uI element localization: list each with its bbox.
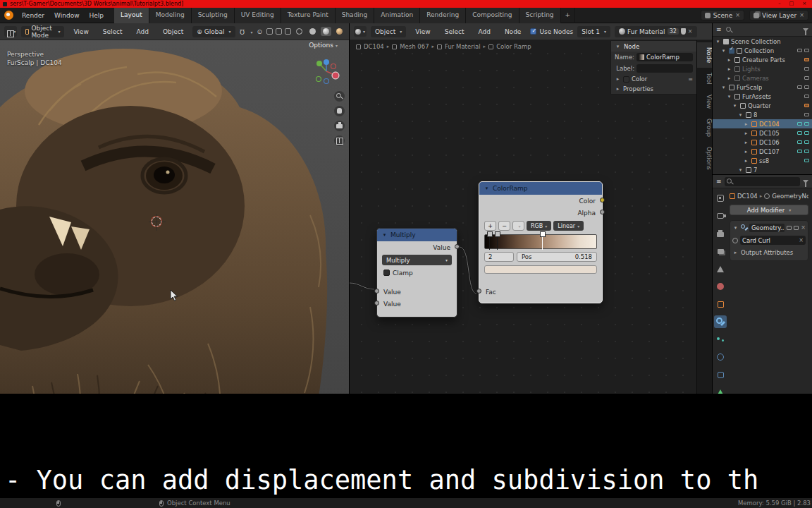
properties-editor-icon[interactable]: ≡ [716,178,722,185]
node-menu-add[interactable]: Add [473,28,495,35]
outliner-row-8[interactable]: 8 [713,110,812,119]
snap-settings-dropdown[interactable] [248,28,252,35]
value-output-socket[interactable] [455,244,460,249]
overlays-toggle-icon[interactable] [276,28,282,35]
hide-viewport-icon[interactable] [797,49,802,52]
use-nodes-checkbox[interactable]: Use Nodes [530,28,573,35]
workspace-tab-animation[interactable]: Animation [374,8,420,23]
material-selector[interactable]: Fur Material 32 × [615,26,696,37]
display-viewport-toggle-icon[interactable] [787,226,792,230]
outliner-row-dc106[interactable]: DC106 [713,138,812,147]
search-icon[interactable] [725,26,733,34]
color-mode-select[interactable]: RGB [527,221,551,231]
hide-render-icon[interactable] [804,140,809,144]
hide-render-icon[interactable] [804,85,809,89]
viewport-menu-object[interactable]: Object [158,28,188,35]
tab-modifier-properties[interactable] [714,315,727,328]
view-layer-selector[interactable]: View Layer × [749,10,808,20]
tab-view-layer-properties[interactable] [714,245,727,258]
outliner-row-ss8[interactable]: ss8 [713,156,812,165]
hide-viewport-icon[interactable] [804,159,809,162]
workspace-tab-rendering[interactable]: Rendering [420,8,466,23]
hide-viewport-icon[interactable] [797,150,802,153]
outliner-row-dc107[interactable]: DC107 [713,147,812,156]
tab-tool-properties[interactable] [714,192,727,205]
collection-checkbox[interactable] [729,48,734,54]
hide-render-icon[interactable] [804,150,809,153]
color-output-socket[interactable] [600,198,605,202]
workspace-tab-sculpting[interactable]: Sculpting [192,8,235,23]
exclude-icon[interactable] [804,58,809,61]
modifier-name-field[interactable]: Geometry... [749,224,785,232]
outliner-row-lights[interactable]: Lights [713,64,812,73]
viewport-options-button[interactable]: Options [309,42,338,49]
colorramp-gradient[interactable] [484,234,597,249]
node-properties-row[interactable]: Properties [611,84,696,94]
shader-type-select[interactable]: Object [371,26,406,37]
sidebar-tab-tool[interactable]: Tool [697,68,712,90]
hide-viewport-icon[interactable] [797,140,802,144]
outliner-row-7[interactable]: 7 [713,165,812,174]
scene-selector[interactable]: Scene × [701,10,744,20]
modifier-panel-header[interactable]: Geometry... × [732,222,806,233]
node-panel-header[interactable]: Node [611,41,696,52]
material-slot-select[interactable]: Slot 1 [577,26,610,37]
workspace-tab-layout[interactable]: Layout [114,8,149,23]
filter-icon[interactable] [803,180,808,183]
outliner-row-collection[interactable]: Collection [713,46,812,55]
outliner-row-creature-parts[interactable]: Creature Parts [713,55,812,64]
hide-viewport-icon[interactable] [797,122,802,126]
shader-editor-type-select[interactable] [354,26,367,37]
tab-world-properties[interactable] [714,280,727,293]
outliner-row-furassets[interactable]: FurAssets [713,92,812,101]
fac-input-socket[interactable] [476,289,481,294]
properties-search-input[interactable] [725,177,800,186]
shading-rendered-icon[interactable] [336,28,343,35]
sidebar-tab-node[interactable]: Node [697,42,712,68]
color-stop-selected[interactable] [539,233,546,250]
value-input-socket-1[interactable] [374,289,379,294]
workspace-tab-compositing[interactable]: Compositing [466,8,519,23]
add-modifier-button[interactable]: Add Modifier [730,205,808,215]
tab-physics-properties[interactable] [714,351,727,363]
color-stop[interactable] [486,233,493,250]
mode-select[interactable]: Object Mode [21,26,64,37]
outliner-row-dc104[interactable]: DC104 [713,119,812,128]
node-color-row[interactable]: Color ≡ [611,74,696,84]
hide-render-icon[interactable] [804,122,809,126]
node-menu-view[interactable]: View [410,28,435,35]
close-button[interactable]: × [799,0,809,8]
sidebar-tab-options[interactable]: Options [697,142,712,175]
remove-stop-button[interactable]: − [498,221,510,231]
snap-magnet-icon[interactable]: Ω [240,28,245,35]
hide-viewport-icon[interactable] [804,95,809,98]
interpolation-select[interactable]: Linear [553,221,584,231]
workspace-tab-modeling[interactable]: Modeling [149,8,192,23]
sidebar-tab-view[interactable]: View [697,90,712,114]
maximize-button[interactable]: □ [787,0,797,8]
collapse-icon[interactable] [484,186,490,191]
display-render-toggle-icon[interactable] [794,226,799,230]
viewport-menu-view[interactable]: View [68,28,93,35]
sidebar-tab-group[interactable]: Group [697,114,712,142]
outliner-editor-icon[interactable]: ≡ [716,26,722,33]
node-group-selector[interactable]: Card Curl × [740,236,806,245]
exclude-icon[interactable] [804,104,809,107]
hide-render-icon[interactable] [804,49,809,52]
workspace-tab-scripting[interactable]: Scripting [519,8,561,23]
workspace-tab-uv-editing[interactable]: UV Editing [235,8,281,23]
node-color-checkbox[interactable] [623,76,629,83]
tab-constraint-properties[interactable] [714,368,727,381]
zoom-tool-icon[interactable] [334,91,345,102]
output-attributes-section[interactable]: Output Attributes [732,248,806,258]
expand-icon[interactable] [615,76,621,82]
node-multiply[interactable]: Multiply Value Multiply Clamp Value [376,228,457,318]
workspace-tab-shading[interactable]: Shading [336,8,375,23]
scene-unlink-icon[interactable]: × [735,12,740,18]
filter-icon[interactable] [803,28,808,32]
node-label-field[interactable] [636,64,693,73]
node-colorramp[interactable]: ColorRamp Color Alpha + − RGB Linear [479,181,603,303]
navigation-gizmo[interactable] [311,56,342,87]
collapse-icon[interactable] [381,232,388,238]
expand-icon[interactable] [615,86,621,92]
